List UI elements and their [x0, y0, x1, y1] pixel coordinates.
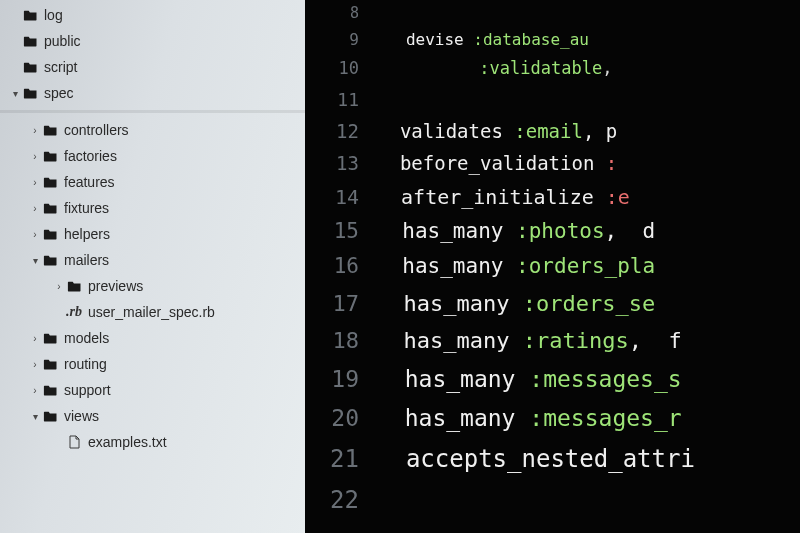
- chevron-right-icon[interactable]: ›: [30, 125, 40, 136]
- tree-item-public[interactable]: public: [0, 28, 305, 54]
- tree-item-log[interactable]: log: [0, 2, 305, 28]
- tree-item-mailers[interactable]: ▾mailers: [0, 247, 305, 273]
- line-number: 11: [305, 86, 359, 117]
- line-number: 14: [305, 182, 359, 216]
- tree-item-label: helpers: [64, 226, 110, 242]
- code-line[interactable]: has_many :orders_se: [377, 287, 800, 324]
- chevron-right-icon[interactable]: ›: [30, 385, 40, 396]
- code-token: before_validation: [377, 152, 606, 174]
- line-number: 16: [305, 251, 359, 287]
- folder-icon: [42, 123, 58, 137]
- line-number: 13: [305, 149, 359, 182]
- code-line[interactable]: after_initialize :e: [377, 182, 800, 216]
- tree-item-script[interactable]: script: [0, 54, 305, 80]
- code-content[interactable]: devise :database_au :validatable, valida…: [377, 0, 800, 533]
- line-number: 9: [305, 28, 359, 56]
- chevron-down-icon[interactable]: ▾: [30, 255, 40, 266]
- line-number: 10: [305, 56, 359, 86]
- folder-icon: [42, 175, 58, 189]
- line-number: 18: [305, 324, 359, 362]
- code-token: :database_au: [473, 30, 589, 49]
- code-token: has_many: [377, 328, 523, 353]
- chevron-right-icon[interactable]: ›: [30, 177, 40, 188]
- line-number: 22: [305, 482, 359, 524]
- code-line[interactable]: before_validation :: [377, 149, 800, 182]
- code-token: , p: [583, 120, 617, 142]
- folder-icon: [42, 357, 58, 371]
- tree-item-label: user_mailer_spec.rb: [88, 304, 215, 320]
- chevron-right-icon[interactable]: ›: [30, 333, 40, 344]
- tree-item-factories[interactable]: ›factories: [0, 143, 305, 169]
- tree-item-routing[interactable]: ›routing: [0, 351, 305, 377]
- tree-item-label: spec: [44, 85, 74, 101]
- code-token: :validatable: [479, 58, 602, 78]
- code-token: has_many: [377, 254, 516, 278]
- tree-item-support[interactable]: ›support: [0, 377, 305, 403]
- folder-icon: [22, 8, 38, 22]
- line-number: 17: [305, 287, 359, 324]
- code-token: ,: [602, 58, 612, 78]
- tree-item-label: fixtures: [64, 200, 109, 216]
- tree-item-label: log: [44, 7, 63, 23]
- code-token: :e: [606, 185, 630, 209]
- folder-icon: [42, 149, 58, 163]
- folder-icon: [42, 253, 58, 267]
- code-token: has_many: [377, 219, 516, 243]
- line-number: 19: [305, 362, 359, 401]
- line-number: 8: [305, 2, 359, 28]
- code-line[interactable]: has_many :orders_pla: [377, 251, 800, 287]
- code-token: :messages_r: [529, 405, 681, 431]
- chevron-right-icon[interactable]: ›: [30, 203, 40, 214]
- code-token: , d: [605, 219, 656, 243]
- code-line[interactable]: :validatable,: [377, 56, 800, 86]
- line-number: 21: [305, 441, 359, 482]
- code-token: , f: [629, 328, 682, 353]
- folder-icon: [42, 383, 58, 397]
- code-token: :orders_pla: [516, 254, 655, 278]
- tree-item-previews[interactable]: ›previews: [0, 273, 305, 299]
- tree-item-spec[interactable]: ▾spec: [0, 80, 305, 106]
- line-number: 20: [305, 401, 359, 441]
- code-line[interactable]: [377, 2, 800, 28]
- tree-item-examples-txt[interactable]: examples.txt: [0, 429, 305, 455]
- chevron-down-icon[interactable]: ▾: [30, 411, 40, 422]
- code-token: :photos: [516, 219, 605, 243]
- code-token: :: [606, 152, 617, 174]
- file-icon: [66, 435, 82, 449]
- tree-item-controllers[interactable]: ›controllers: [0, 117, 305, 143]
- code-token: after_initialize: [377, 185, 606, 209]
- tree-item-features[interactable]: ›features: [0, 169, 305, 195]
- tree-item-helpers[interactable]: ›helpers: [0, 221, 305, 247]
- chevron-right-icon[interactable]: ›: [54, 281, 64, 292]
- code-line[interactable]: has_many :ratings, f: [377, 324, 800, 362]
- file-explorer-sidebar: logpublicscript▾spec›controllers›factori…: [0, 0, 305, 533]
- code-line[interactable]: accepts_nested_attri: [377, 441, 800, 482]
- chevron-down-icon[interactable]: ▾: [10, 88, 20, 99]
- code-line[interactable]: has_many :messages_r: [377, 401, 800, 441]
- line-number: 12: [305, 117, 359, 149]
- code-line[interactable]: has_many :photos, d: [377, 216, 800, 251]
- folder-icon: [42, 409, 58, 423]
- tree-item-fixtures[interactable]: ›fixtures: [0, 195, 305, 221]
- code-token: :messages_s: [529, 366, 681, 392]
- tree-item-label: factories: [64, 148, 117, 164]
- tree-item-label: models: [64, 330, 109, 346]
- tree-item-views[interactable]: ▾views: [0, 403, 305, 429]
- code-line[interactable]: devise :database_au: [377, 28, 800, 56]
- code-line[interactable]: [377, 86, 800, 117]
- code-token: devise: [377, 30, 473, 49]
- code-token: has_many: [377, 291, 523, 316]
- code-line[interactable]: has_many :messages_s: [377, 362, 800, 401]
- code-line[interactable]: validates :email, p: [377, 117, 800, 149]
- chevron-right-icon[interactable]: ›: [30, 151, 40, 162]
- tree-item-models[interactable]: ›models: [0, 325, 305, 351]
- tree-item-user-mailer-spec-rb[interactable]: .rbuser_mailer_spec.rb: [0, 299, 305, 325]
- line-number: 15: [305, 216, 359, 251]
- chevron-right-icon[interactable]: ›: [30, 359, 40, 370]
- code-editor[interactable]: 8910111213141516171819202122 devise :dat…: [305, 0, 800, 533]
- tree-item-label: mailers: [64, 252, 109, 268]
- code-line[interactable]: [377, 482, 800, 524]
- chevron-right-icon[interactable]: ›: [30, 229, 40, 240]
- tree-item-label: views: [64, 408, 99, 424]
- code-token: :ratings: [523, 328, 629, 353]
